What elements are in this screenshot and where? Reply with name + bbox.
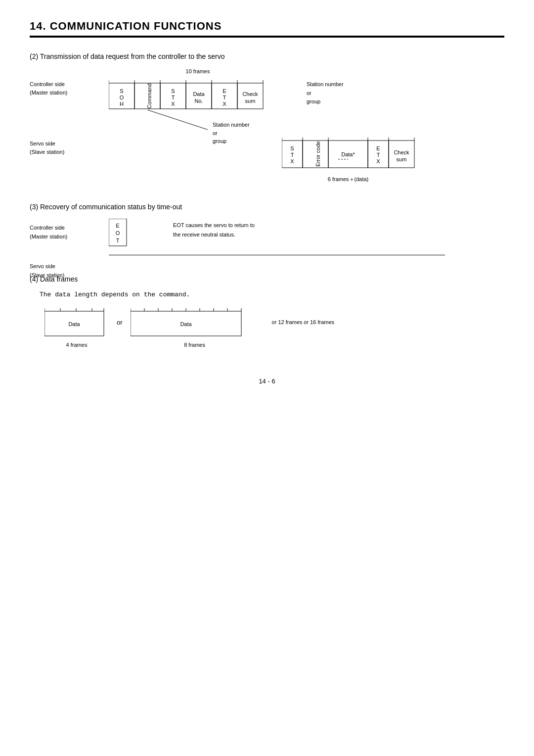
svg-text:Data: Data — [180, 321, 192, 327]
eot-note: EOT causes the servo to return to the re… — [173, 221, 255, 239]
servo-label3: Servo side (Slave station) — [30, 262, 64, 280]
frame1-svg: Data — [44, 305, 109, 340]
extra-note: or 12 frames or 16 frames — [272, 319, 335, 334]
section4: (4) Data frames The data length depends … — [30, 275, 504, 348]
svg-text:T: T — [172, 94, 175, 100]
top-frames-svg: S O H Command S T X Data No. E T X Check — [109, 75, 287, 110]
section3-line — [109, 255, 445, 255]
section3-diagram: Controller side (Master station) E O T E… — [109, 219, 504, 255]
bottom-row: Servo side (Slave station) S T — [109, 135, 504, 183]
page-title: 14. COMMUNICATION FUNCTIONS — [30, 20, 504, 38]
frame2-wrap: Data 8 frames — [131, 305, 259, 348]
svg-text:E: E — [222, 88, 226, 94]
svg-text:X: X — [171, 101, 175, 107]
svg-text:O: O — [116, 230, 120, 236]
svg-text:X: X — [376, 158, 380, 164]
section2-diagram: 10 frames Controller side (Master statio… — [109, 68, 504, 183]
svg-text:S: S — [171, 88, 175, 94]
svg-text:sum: sum — [245, 98, 256, 104]
svg-text:Check: Check — [394, 149, 409, 155]
svg-text:Command: Command — [146, 84, 152, 109]
frame1-label: 4 frames — [66, 342, 88, 348]
page-number: 14 - 6 — [30, 378, 504, 385]
frame1-wrap: Data 4 frames — [44, 305, 109, 348]
data-frames-row: Data 4 frames or Data 8 frames — [44, 305, 504, 348]
section4-title: (4) Data frames — [30, 275, 504, 283]
six-frames-label: 6 frames＋(data) — [282, 176, 414, 183]
frame2-svg: Data — [131, 305, 259, 340]
connector-area: Station number or group — [109, 110, 504, 135]
svg-text:T: T — [223, 94, 226, 100]
section2-title: (2) Transmission of data request from th… — [30, 52, 504, 60]
frame2-label: 8 frames — [184, 342, 205, 348]
svg-text:H: H — [120, 101, 124, 107]
svg-text:O: O — [120, 94, 124, 100]
section2: (2) Transmission of data request from th… — [30, 52, 504, 183]
bottom-frames-container: S T X Error code Data* E T X — [282, 135, 460, 183]
svg-text:No.: No. — [194, 98, 203, 104]
svg-text:Check: Check — [242, 91, 258, 97]
svg-text:E: E — [116, 223, 119, 229]
or-text: or — [117, 319, 123, 335]
svg-text:T: T — [377, 152, 380, 158]
eot-frames-svg: E O T — [109, 219, 168, 251]
svg-text:Data: Data — [193, 91, 205, 97]
svg-text:X: X — [290, 158, 294, 164]
data-length-note: The data length depends on the command. — [40, 291, 504, 298]
section3-top: E O T EOT causes the servo to return to … — [109, 219, 504, 251]
svg-text:E: E — [376, 145, 380, 151]
svg-text:S: S — [290, 145, 294, 151]
svg-line-27 — [147, 110, 208, 130]
controller-label3: Controller side (Master station) — [30, 224, 67, 241]
svg-text:sum: sum — [397, 156, 407, 162]
svg-text:Data*: Data* — [341, 151, 355, 157]
svg-text:X: X — [222, 101, 226, 107]
servo-label: Servo side (Slave station) — [30, 140, 64, 156]
controller-label: Controller side (Master station) — [30, 80, 67, 96]
section3: (3) Recovery of communication status by … — [30, 203, 504, 255]
connector-svg — [109, 110, 455, 135]
ten-frames-label: 10 frames — [114, 68, 282, 74]
svg-text:Error code: Error code — [315, 141, 321, 166]
station-note-top: Station number or group — [307, 80, 344, 110]
svg-text:T: T — [116, 237, 120, 243]
svg-text:Data: Data — [68, 321, 80, 327]
svg-text:S: S — [120, 88, 123, 94]
bottom-frames-svg: S T X Error code Data* E T X — [282, 135, 460, 174]
section3-title: (3) Recovery of communication status by … — [30, 203, 504, 211]
svg-text:T: T — [291, 152, 294, 158]
